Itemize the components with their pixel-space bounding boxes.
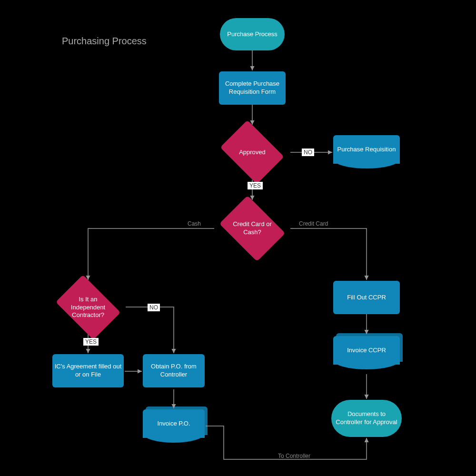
node-obtain-po-label: Obtain P.O. from Controller <box>145 363 203 379</box>
edge-label-credit-card: Credit Card <box>297 220 330 228</box>
node-independent-contractor: Is It an Independent Contractor? <box>50 280 126 335</box>
node-approved-label: Approved <box>231 149 274 157</box>
node-start-label: Purchase Process <box>227 30 278 39</box>
node-credit-or-cash-label: Credit Card or Cash? <box>230 220 274 237</box>
edge-label-cash: Cash <box>186 220 203 228</box>
node-credit-or-cash: Credit Card or Cash? <box>214 200 290 257</box>
node-obtain-po: Obtain P.O. from Controller <box>143 354 205 387</box>
node-purchase-requisition-label: Purchase Requisition <box>337 146 396 154</box>
node-independent-contractor-label: Is It an Independent Contractor? <box>66 296 109 320</box>
node-invoice-ccpr-label: Invoice CCPR <box>347 347 386 355</box>
edge-label-no-2: NO <box>148 304 160 311</box>
node-complete-form-label: Complete Purchase Requisition Form <box>221 80 284 96</box>
node-complete-form: Complete Purchase Requisition Form <box>219 71 286 105</box>
node-purchase-requisition: Purchase Requisition <box>333 135 400 164</box>
edge-label-to-controller: To Controller <box>276 452 312 460</box>
node-start: Purchase Process <box>220 18 285 50</box>
node-invoice-po: Invoice P.O. <box>143 409 205 438</box>
node-invoice-ccpr: Invoice CCPR <box>333 336 400 365</box>
node-docs-controller: Documents to Controller for Approval <box>331 400 402 437</box>
node-ic-agreement: IC's Agreement filled out or on File <box>52 354 124 387</box>
node-docs-controller-label: Documents to Controller for Approval <box>333 410 400 426</box>
node-fill-ccpr: Fill Out CCPR <box>333 281 400 314</box>
edge-label-yes-1: YES <box>248 182 263 189</box>
edge-label-yes-2: YES <box>83 338 99 346</box>
node-fill-ccpr-label: Fill Out CCPR <box>347 294 386 302</box>
node-invoice-po-label: Invoice P.O. <box>157 420 190 428</box>
edge-label-no-1: NO <box>302 149 314 156</box>
node-ic-agreement-label: IC's Agreement filled out or on File <box>54 363 122 379</box>
diagram-title: Purchasing Process <box>62 36 147 47</box>
node-approved: Approved <box>215 125 289 180</box>
